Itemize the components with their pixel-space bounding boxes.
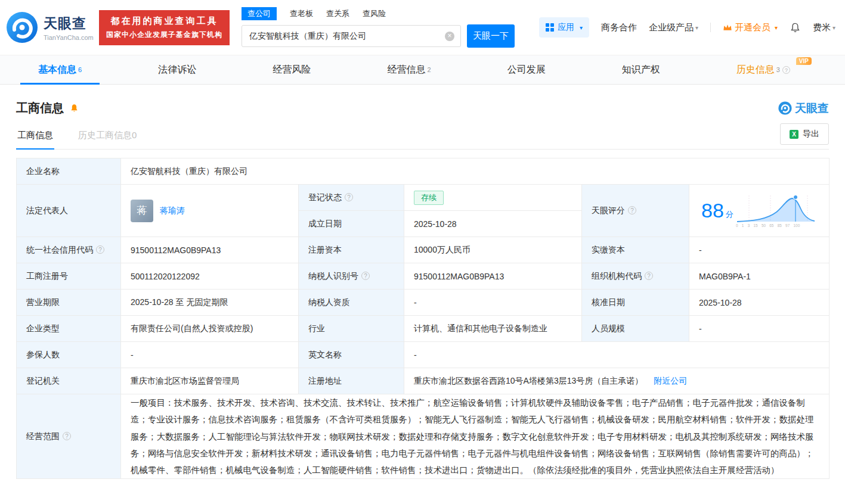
export-button-label: 导出 — [803, 129, 819, 139]
subtab-business-info[interactable]: 工商信息 — [16, 130, 54, 149]
legal-rep-avatar[interactable]: 蒋 — [131, 200, 153, 222]
approval-date-value: 2025-10-28 — [689, 290, 829, 316]
tianyancha-logo-icon — [6, 11, 38, 43]
field-label-company-type: 企业类型 — [17, 316, 121, 342]
chart-axis-ticks: 01 315 5065 8597 100 — [736, 223, 800, 228]
legal-rep-cell: 蒋 蒋瑜涛 — [121, 185, 299, 237]
tianyancha-logo[interactable]: 天眼查 TianYanCha.com — [6, 11, 97, 43]
search-tab-risk[interactable]: 查风险 — [363, 8, 386, 19]
industry-value: 计算机、通信和其他电子设备制造业 — [404, 316, 582, 342]
nearby-companies-link[interactable]: 附近公司 — [654, 376, 687, 385]
tab-basic-info[interactable]: 基本信息 6 — [20, 55, 100, 84]
credit-code-value: 91500112MAG0B9PA13 — [121, 237, 299, 263]
business-scope-value: 一般项目：技术服务、技术开发、技术咨询、技术交流、技术转让、技术推广；航空运输设… — [121, 394, 829, 479]
nav-enterprise-products[interactable]: 企业级产品 ▾ — [649, 22, 698, 33]
slogan-banner: 都在用的商业查询工具 国家中小企业发展子基金旗下机构 — [99, 10, 230, 45]
field-label-english-name: 英文名称 — [299, 342, 404, 368]
slogan-line2: 国家中小企业发展子基金旗下机构 — [106, 30, 222, 40]
english-name-value: - — [404, 342, 829, 368]
score-distribution-chart: 01 315 5065 8597 100 — [736, 193, 816, 229]
vip-upgrade-link[interactable]: 开通会员 ▾ — [723, 22, 778, 33]
business-term-value: 2025-10-28 至 无固定期限 — [121, 290, 299, 316]
tab-history-info-label: 历史信息 — [736, 64, 775, 76]
subtabs-bar: 工商信息 历史工商信息0 X 导出 — [16, 121, 829, 150]
field-label-reg-status: 登记状态? — [299, 185, 404, 211]
tab-legal-proceedings-label: 法律诉讼 — [158, 64, 196, 76]
tab-company-development-label: 公司发展 — [507, 64, 546, 76]
apps-menu[interactable]: 应用 ▾ — [539, 17, 589, 38]
field-label-reg-authority: 登记机关 — [17, 368, 121, 394]
search-tab-boss[interactable]: 查老板 — [290, 8, 313, 19]
help-icon[interactable]: ? — [782, 66, 790, 74]
excel-icon: X — [790, 130, 798, 139]
table-row: 企业名称 亿安智航科技（重庆）有限公司 — [17, 158, 829, 185]
search-button[interactable]: 天眼一下 — [467, 24, 515, 48]
score-value: 88 — [701, 199, 724, 222]
tianyancha-watermark-icon — [778, 101, 792, 115]
notification-bell-icon[interactable] — [790, 22, 801, 33]
company-type-value: 有限责任公司(自然人投资或控股) — [121, 316, 299, 342]
reg-address-cell: 重庆市渝北区数据谷西路10号A塔楼第3层13号房（自主承诺） 附近公司 — [404, 368, 829, 394]
tab-operating-risk-label: 经营风险 — [273, 64, 311, 76]
legal-rep-link[interactable]: 蒋瑜涛 — [160, 206, 185, 216]
help-icon[interactable]: ? — [63, 432, 71, 440]
chevron-down-icon: ▾ — [695, 24, 698, 31]
search-input[interactable] — [242, 32, 460, 41]
field-label-score: 天眼评分? — [582, 185, 689, 237]
tab-legal-proceedings[interactable]: 法律诉讼 — [140, 55, 214, 84]
field-label-legal-rep: 法定代表人 — [17, 185, 121, 237]
help-icon[interactable]: ? — [628, 206, 636, 214]
brand-domain: TianYanCha.com — [44, 34, 94, 41]
apps-grid-icon — [546, 23, 554, 32]
help-icon[interactable]: ? — [361, 272, 370, 280]
field-label-reg-address: 注册地址 — [299, 368, 404, 394]
business-info-table: 企业名称 亿安智航科技（重庆）有限公司 法定代表人 蒋 蒋瑜涛 登记状态? 存续… — [16, 158, 829, 479]
table-row: 经营范围? 一般项目：技术服务、技术开发、技术咨询、技术交流、技术转让、技术推广… — [17, 394, 829, 479]
tab-operating-info[interactable]: 经营信息 2 — [369, 55, 448, 84]
reg-authority-value: 重庆市渝北区市场监督管理局 — [121, 368, 299, 394]
tab-company-development[interactable]: 公司发展 — [490, 55, 564, 84]
clear-search-icon[interactable]: × — [445, 32, 454, 41]
established-value: 2025-10-28 — [404, 211, 582, 237]
field-label-taxpayer-qualification: 纳税人资质 — [299, 290, 404, 316]
field-label-insured-count: 参保人数 — [17, 342, 121, 368]
help-icon[interactable]: ? — [345, 193, 353, 201]
help-icon[interactable]: ? — [645, 272, 653, 280]
top-nav: 应用 ▾ 商务合作 企业级产品 ▾ 开通会员 ▾ 费米 ▾ — [539, 17, 835, 38]
tab-operating-risk[interactable]: 经营风险 — [255, 55, 329, 84]
table-row: 法定代表人 蒋 蒋瑜涛 登记状态? 存续 天眼评分? 88 分 — [17, 185, 829, 211]
score-unit: 分 — [726, 209, 733, 220]
chevron-down-icon: ▾ — [775, 24, 778, 31]
tab-basic-info-label: 基本信息 — [38, 64, 76, 76]
export-button[interactable]: X 导出 — [780, 123, 829, 145]
table-row: 工商注册号 500112020122092 纳税人识别号? 91500112MA… — [17, 263, 829, 290]
chevron-down-icon: ▾ — [580, 24, 583, 31]
field-label-business-term: 营业期限 — [17, 290, 121, 316]
section-title: 工商信息 — [16, 100, 64, 116]
slogan-line1: 都在用的商业查询工具 — [106, 15, 222, 27]
nav-business-cooperation[interactable]: 商务合作 — [601, 22, 637, 33]
vip-badge: VIP — [796, 57, 812, 65]
brand-name: 天眼查 — [44, 14, 94, 33]
chevron-down-icon: ▾ — [832, 24, 835, 31]
field-label-reg-capital: 注册资本 — [299, 237, 404, 263]
watermark-text: 天眼查 — [795, 101, 829, 116]
tab-count: 6 — [78, 66, 82, 73]
help-icon[interactable]: ? — [96, 245, 104, 254]
tianyancha-watermark: 天眼查 — [778, 101, 829, 116]
nav-user-menu[interactable]: 费米 ▾ — [813, 22, 835, 33]
field-label-credit-code: 统一社会信用代码? — [17, 237, 121, 263]
tab-history-info[interactable]: 历史信息 3 ? VIP — [719, 55, 808, 84]
reg-address-value: 重庆市渝北区数据谷西路10号A塔楼第3层13号房（自主承诺） — [414, 376, 643, 385]
field-label-established: 成立日期 — [299, 211, 404, 237]
status-badge: 存续 — [414, 191, 444, 205]
insured-count-value: - — [121, 342, 299, 368]
subtab-history-business-info[interactable]: 历史工商信息0 — [77, 130, 138, 149]
search-tab-company[interactable]: 查公司 — [242, 7, 277, 20]
reg-capital-value: 10000万人民币 — [404, 237, 582, 263]
tab-count: 2 — [427, 66, 431, 73]
nav-enterprise-products-label: 企业级产品 — [649, 22, 694, 33]
search-tab-relation[interactable]: 查关系 — [326, 8, 349, 19]
tab-intellectual-property[interactable]: 知识产权 — [604, 55, 678, 84]
subscribe-bell-icon[interactable] — [69, 103, 79, 114]
